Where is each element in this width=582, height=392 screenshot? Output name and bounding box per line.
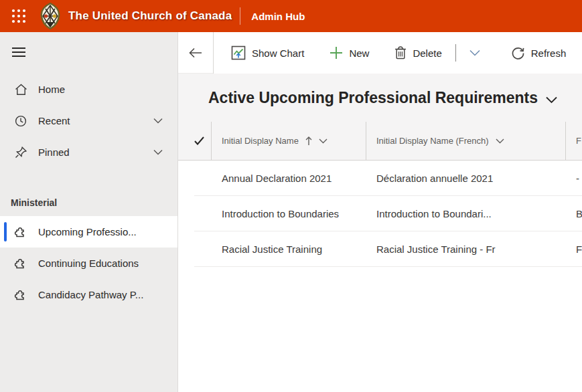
main-content: Show Chart New Delete <box>178 32 582 392</box>
chevron-down-icon[interactable] <box>319 138 328 144</box>
sidebar-item-label: Home <box>38 84 168 95</box>
add-icon <box>330 46 343 60</box>
topbar-divider <box>240 7 240 25</box>
clock-icon <box>13 115 28 127</box>
cell-initial-display-name-french[interactable]: Déclaration annuelle 2021 <box>366 173 565 184</box>
chevron-down-icon[interactable] <box>496 138 504 144</box>
refresh-icon <box>511 46 525 60</box>
refresh-button[interactable]: Refresh <box>508 42 569 64</box>
chevron-down-icon <box>469 50 480 56</box>
new-button[interactable]: New <box>327 42 372 64</box>
table-row[interactable]: Racial Justice Training Racial Justice T… <box>178 231 582 267</box>
sitemap-sidebar: Home Recent <box>0 32 178 392</box>
column-label: F <box>576 136 581 146</box>
checkmark-icon <box>194 136 204 145</box>
cell-initial-display-name[interactable]: Introduction to Boundaries <box>211 208 366 219</box>
chevron-down-icon[interactable] <box>153 149 163 155</box>
sidebar-item-label: Recent <box>38 115 153 126</box>
sidebar-item-continuing-educations[interactable]: Continuing Educations <box>0 248 177 279</box>
sidebar-item-label: Upcoming Professio... <box>38 226 137 237</box>
view-title: Active Upcoming Professional Requirement… <box>208 89 538 107</box>
sidebar-section-label: Ministerial <box>0 189 177 216</box>
sidebar-item-label: Candidacy Pathway P... <box>38 289 143 300</box>
delete-icon <box>394 46 407 60</box>
org-name: The United Church of Canada <box>68 9 232 23</box>
delete-overflow-chevron[interactable] <box>465 45 484 60</box>
back-arrow-icon <box>189 47 202 58</box>
waffle-icon[interactable] <box>8 5 29 27</box>
back-button[interactable] <box>178 32 213 74</box>
column-header-initial-display-name-french[interactable]: Initial Display Name (French) <box>366 122 565 160</box>
sidebar-item-pinned[interactable]: Pinned <box>0 136 177 168</box>
column-label: Initial Display Name (French) <box>376 136 489 146</box>
waffle-icon-glyph <box>11 8 27 24</box>
column-header-clipped[interactable]: F <box>565 122 582 160</box>
cell-clipped[interactable]: - <box>565 173 582 184</box>
cell-clipped[interactable]: B <box>565 208 582 219</box>
sidebar-item-candidacy-pathway[interactable]: Candidacy Pathway P... <box>0 279 177 310</box>
puzzle-icon <box>13 226 28 238</box>
command-bar: Show Chart New Delete <box>178 32 582 74</box>
show-chart-label: Show Chart <box>252 47 304 59</box>
puzzle-icon <box>13 258 28 270</box>
show-chart-button[interactable]: Show Chart <box>228 41 307 64</box>
new-label: New <box>349 47 369 59</box>
chevron-down-icon[interactable] <box>153 118 163 124</box>
sort-ascending-icon <box>305 136 312 146</box>
refresh-label: Refresh <box>531 47 567 59</box>
sidebar-item-recent[interactable]: Recent <box>0 105 177 136</box>
pin-icon <box>13 146 28 159</box>
table-row[interactable]: Introduction to Boundaries Introduction … <box>178 196 582 231</box>
command-separator <box>455 44 456 62</box>
view-selector[interactable]: Active Upcoming Professional Requirement… <box>178 74 582 122</box>
cell-clipped[interactable]: F <box>565 243 582 255</box>
cell-initial-display-name[interactable]: Annual Declaration 2021 <box>211 173 366 184</box>
column-header-initial-display-name[interactable]: Initial Display Name <box>211 122 366 160</box>
app-top-bar: The United Church of Canada Admin Hub <box>0 0 582 32</box>
hamburger-glyph <box>12 47 25 58</box>
sidebar-item-label: Continuing Educations <box>38 258 139 269</box>
select-all-checkbox[interactable] <box>178 122 211 160</box>
puzzle-icon <box>13 289 28 301</box>
show-chart-icon <box>231 45 246 60</box>
view-panel: Active Upcoming Professional Requirement… <box>178 74 582 161</box>
chevron-down-icon <box>546 96 557 104</box>
delete-button[interactable]: Delete <box>392 42 444 64</box>
church-crest-logo <box>39 3 62 29</box>
column-label: Initial Display Name <box>222 136 299 146</box>
table-row[interactable]: Annual Declaration 2021 Déclaration annu… <box>178 161 582 196</box>
delete-label: Delete <box>413 47 441 59</box>
app-name[interactable]: Admin Hub <box>251 11 305 22</box>
sidebar-item-upcoming-professional[interactable]: Upcoming Professio... <box>0 216 177 248</box>
cell-initial-display-name[interactable]: Racial Justice Training <box>211 243 366 255</box>
grid-header-row: Initial Display Name Initial Display Nam… <box>178 122 582 160</box>
home-icon <box>13 84 28 96</box>
cell-initial-display-name-french[interactable]: Racial Justice Training - Fr <box>366 243 565 255</box>
sidebar-item-home[interactable]: Home <box>0 74 177 105</box>
hamburger-menu-icon[interactable] <box>7 40 36 64</box>
sidebar-item-label: Pinned <box>38 146 153 158</box>
cell-initial-display-name-french[interactable]: Introduction to Boundari... <box>366 208 565 219</box>
grid-body: Annual Declaration 2021 Déclaration annu… <box>178 161 582 392</box>
